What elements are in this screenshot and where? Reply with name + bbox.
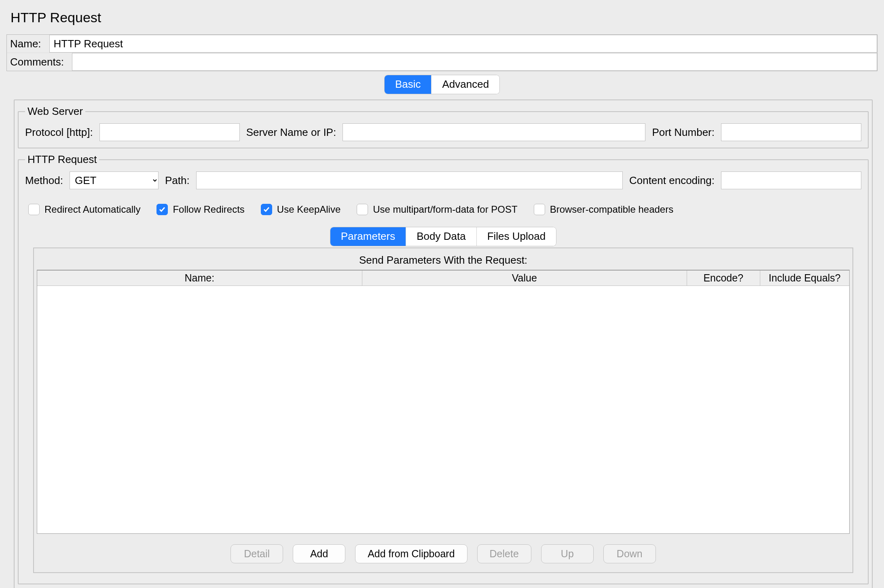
tab-parameters[interactable]: Parameters (330, 227, 406, 246)
chk-label: Redirect Automatically (44, 204, 140, 215)
chk-multipart[interactable]: Use multipart/form-data for POST (357, 204, 517, 215)
add-button[interactable]: Add (293, 544, 345, 563)
checkbox-icon (261, 204, 272, 215)
params-table[interactable]: Name: Value Encode? Include Equals? (37, 270, 849, 286)
protocol-input[interactable] (99, 123, 240, 141)
protocol-label: Protocol [http]: (25, 126, 93, 139)
encoding-label: Content encoding: (629, 174, 715, 187)
comments-label: Comments: (7, 53, 67, 71)
name-input[interactable] (49, 35, 877, 53)
params-buttons: Detail Add Add from Clipboard Delete Up … (34, 544, 852, 563)
main-content: Web Server Protocol [http]: Server Name … (14, 99, 873, 588)
down-button[interactable]: Down (603, 544, 656, 563)
checkbox-icon (156, 204, 168, 215)
add-from-clipboard-button[interactable]: Add from Clipboard (355, 544, 467, 563)
httprequest-group: HTTP Request Method: GET Path: Content e… (18, 153, 869, 584)
col-value[interactable]: Value (362, 271, 687, 286)
chk-label: Use multipart/form-data for POST (373, 204, 517, 215)
path-label: Path: (165, 174, 190, 187)
name-label: Name: (7, 35, 44, 53)
top-form: Name: Comments: (6, 34, 878, 71)
up-button[interactable]: Up (541, 544, 594, 563)
chk-label: Use KeepAlive (277, 204, 340, 215)
params-table-wrap: Name: Value Encode? Include Equals? (37, 270, 850, 534)
params-table-body[interactable] (37, 286, 849, 533)
checkbox-icon (28, 204, 40, 215)
page-title: HTTP Request (11, 10, 878, 25)
main-tabbar: Basic Advanced (385, 75, 499, 94)
checkbox-icon (357, 204, 368, 215)
params-tabbar: Parameters Body Data Files Upload (330, 227, 556, 246)
col-include-equals[interactable]: Include Equals? (760, 271, 849, 286)
port-label: Port Number: (652, 126, 715, 139)
tab-advanced[interactable]: Advanced (431, 75, 499, 94)
path-input[interactable] (196, 171, 623, 189)
method-label: Method: (25, 174, 63, 187)
options-row: Redirect Automatically Follow Redirects … (25, 204, 861, 215)
chk-redirect-auto[interactable]: Redirect Automatically (28, 204, 140, 215)
webserver-group: Web Server Protocol [http]: Server Name … (18, 105, 869, 148)
comments-input[interactable] (72, 53, 877, 71)
delete-button[interactable]: Delete (477, 544, 531, 563)
encoding-input[interactable] (721, 171, 861, 189)
port-input[interactable] (721, 123, 861, 141)
httprequest-legend: HTTP Request (25, 153, 99, 166)
col-encode[interactable]: Encode? (687, 271, 760, 286)
col-name[interactable]: Name: (37, 271, 362, 286)
chk-keepalive[interactable]: Use KeepAlive (261, 204, 340, 215)
tab-files-upload[interactable]: Files Upload (476, 227, 556, 246)
chk-browser-compat[interactable]: Browser-compatible headers (534, 204, 673, 215)
checkbox-icon (534, 204, 545, 215)
tab-body-data[interactable]: Body Data (406, 227, 476, 246)
server-input[interactable] (343, 123, 645, 141)
params-title: Send Parameters With the Request: (34, 248, 852, 269)
webserver-legend: Web Server (25, 105, 85, 118)
method-select[interactable]: GET (70, 171, 159, 189)
detail-button[interactable]: Detail (231, 544, 283, 563)
server-label: Server Name or IP: (246, 126, 336, 139)
chk-label: Browser-compatible headers (550, 204, 673, 215)
chk-label: Follow Redirects (173, 204, 244, 215)
tab-basic[interactable]: Basic (385, 75, 431, 94)
chk-follow-redirects[interactable]: Follow Redirects (156, 204, 244, 215)
params-panel: Send Parameters With the Request: Name: … (33, 247, 853, 573)
